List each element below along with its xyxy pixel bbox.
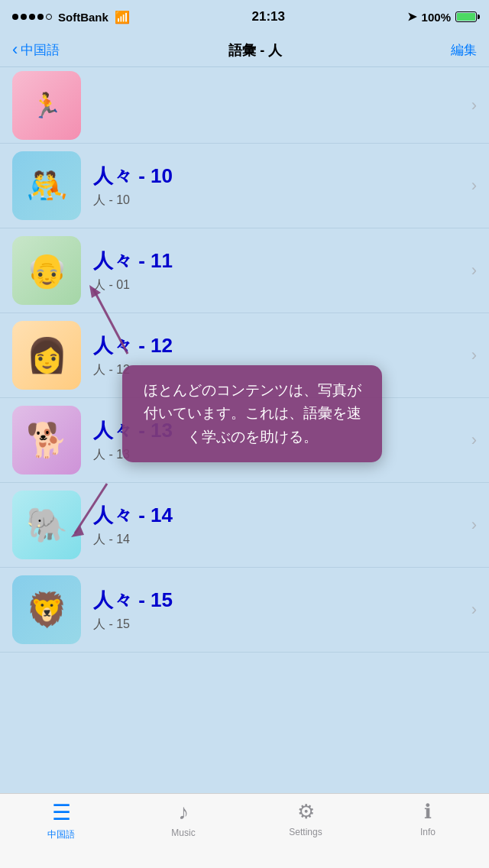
battery-percent: 100% — [422, 11, 451, 24]
status-bar: SoftBank 📶 21:13 ➤ 100% — [0, 0, 489, 34]
tab-info[interactable]: ℹ Info — [367, 800, 489, 837]
dot-5 — [46, 14, 52, 20]
status-right: ➤ 100% — [407, 10, 477, 24]
content-15: 人々 - 15 人 - 15 — [93, 587, 465, 633]
sub-14: 人 - 14 — [93, 532, 465, 548]
thumb-icon-10: 🤼 — [26, 166, 68, 206]
thumb-icon-partial: 🏃 — [31, 91, 62, 120]
content-11: 人々 - 11 人 - 01 — [93, 248, 465, 293]
tab-info-label: Info — [420, 827, 436, 837]
thumb-12: 👩 — [12, 321, 81, 390]
thumb-icon-12: 👩 — [26, 335, 68, 375]
time-label: 21:13 — [251, 9, 284, 24]
tab-music-icon: ♪ — [178, 800, 189, 824]
tab-settings-icon: ⚙ — [297, 800, 315, 824]
thumb-11: 👴 — [12, 236, 81, 305]
title-11: 人々 - 11 — [93, 248, 465, 274]
title-10: 人々 - 10 — [93, 163, 465, 189]
svg-marker-1 — [89, 285, 101, 298]
title-15: 人々 - 15 — [93, 587, 465, 614]
tooltip: ほとんどのコンテンツは、写真が付いています。これは、語彙を速く学ぶのを助ける。 — [122, 365, 382, 462]
thumb-10: 🤼 — [12, 151, 81, 220]
thumb-icon-11: 👴 — [26, 251, 68, 290]
back-button[interactable]: ‹ 中国語 — [12, 41, 60, 59]
carrier-label: SoftBank — [58, 11, 108, 24]
thumb-13: 🐕 — [12, 406, 81, 474]
chevron-icon-12: › — [471, 345, 477, 365]
list-item-11[interactable]: 👴 人々 - 11 人 - 01 › — [0, 228, 489, 313]
chevron-icon-10: › — [471, 176, 477, 196]
battery-box — [455, 11, 477, 22]
battery — [455, 11, 477, 22]
back-label: 中国語 — [21, 41, 60, 59]
content-14: 人々 - 14 人 - 14 — [93, 502, 465, 548]
signal-dots — [12, 14, 52, 20]
nav-bar: ‹ 中国語 語彙 - 人 編集 — [0, 34, 489, 67]
chevron-icon-14: › — [471, 515, 477, 535]
dot-2 — [21, 14, 27, 20]
back-chevron-icon: ‹ — [12, 41, 18, 58]
thumb-icon-14: 🐘 — [26, 505, 68, 545]
thumb-15: 🦁 — [12, 575, 81, 644]
svg-line-0 — [93, 289, 128, 354]
dot-4 — [37, 14, 44, 20]
title-12: 人々 - 12 — [93, 332, 465, 359]
tab-settings-label: Settings — [289, 827, 322, 837]
tab-music-label: Music — [171, 828, 195, 838]
tab-info-icon: ℹ — [424, 800, 432, 824]
dot-3 — [29, 14, 35, 20]
wifi-icon: 📶 — [115, 10, 130, 24]
list-item-15[interactable]: 🦁 人々 - 15 人 - 15 › — [0, 568, 489, 653]
sub-15: 人 - 15 — [93, 617, 465, 633]
chevron-icon-partial: › — [471, 96, 477, 115]
tooltip-arrow-top — [86, 281, 131, 358]
title-14: 人々 - 14 — [93, 502, 465, 529]
chevron-icon-13: › — [471, 430, 477, 450]
thumb-icon-13: 🐕 — [26, 420, 68, 460]
svg-line-2 — [75, 484, 107, 533]
location-icon: ➤ — [407, 10, 417, 24]
tab-music[interactable]: ♪ Music — [122, 800, 244, 838]
content-area: 🏃 › 🤼 人々 - 10 人 - 10 › 👴 人々 - 11 人 - 01 … — [0, 67, 489, 793]
tab-chinese[interactable]: ☰ 中国語 — [0, 800, 122, 841]
list-item-partial[interactable]: 🏃 › — [0, 67, 489, 144]
battery-fill — [457, 13, 475, 21]
content-10: 人々 - 10 人 - 10 — [93, 163, 465, 209]
tooltip-arrow-bottom — [69, 480, 115, 541]
tooltip-text: ほとんどのコンテンツは、写真が付いています。これは、語彙を速く学ぶのを助ける。 — [144, 382, 361, 445]
dot-1 — [12, 14, 18, 20]
list-item-10[interactable]: 🤼 人々 - 10 人 - 10 › — [0, 144, 489, 228]
tab-chinese-icon: ☰ — [52, 800, 71, 825]
thumb-partial: 🏃 — [12, 71, 81, 140]
edit-button[interactable]: 編集 — [451, 41, 477, 59]
sub-10: 人 - 10 — [93, 193, 465, 209]
chevron-icon-15: › — [471, 600, 477, 620]
sub-11: 人 - 01 — [93, 277, 465, 293]
status-left: SoftBank 📶 — [12, 10, 130, 24]
nav-title: 語彙 - 人 — [228, 41, 282, 60]
thumb-icon-15: 🦁 — [26, 590, 68, 630]
tab-chinese-label: 中国語 — [47, 828, 75, 841]
tab-settings[interactable]: ⚙ Settings — [244, 800, 367, 837]
chevron-icon-11: › — [471, 261, 477, 280]
tab-bar: ☰ 中国語 ♪ Music ⚙ Settings ℹ Info — [0, 793, 489, 868]
